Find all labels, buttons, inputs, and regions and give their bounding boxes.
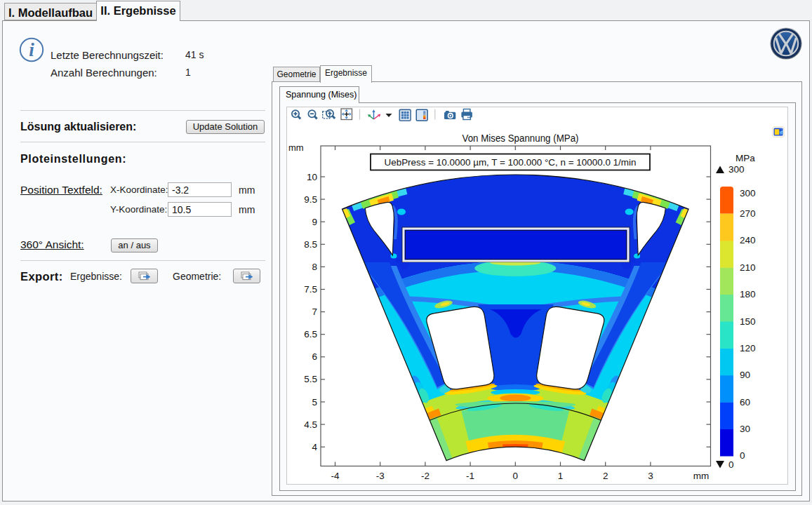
svg-text:9.5: 9.5: [304, 194, 317, 205]
svg-text:7.5: 7.5: [304, 284, 317, 295]
svg-text:2: 2: [603, 471, 608, 481]
svg-text:7: 7: [312, 307, 317, 317]
svg-text:-4: -4: [331, 471, 339, 481]
svg-text:8: 8: [312, 262, 317, 272]
svg-text:0: 0: [513, 471, 519, 481]
svg-text:9: 9: [312, 217, 317, 227]
svg-text:i: i: [29, 39, 34, 60]
svg-text:UebPress = 10.0000 µm, T = 100: UebPress = 10.0000 µm, T = 100.000 °C, n…: [385, 157, 637, 168]
svg-text:300: 300: [740, 188, 756, 198]
svg-text:6: 6: [312, 351, 317, 362]
svg-text:0: 0: [728, 459, 734, 470]
svg-text:150: 150: [740, 316, 756, 327]
svg-text:4.5: 4.5: [304, 419, 317, 430]
svg-text:210: 210: [740, 262, 756, 273]
svg-text:mm: mm: [288, 142, 304, 153]
svg-text:0: 0: [740, 450, 745, 461]
svg-text:60: 60: [740, 397, 750, 408]
svg-text:240: 240: [740, 235, 756, 245]
svg-text:3: 3: [648, 471, 653, 481]
svg-text:270: 270: [740, 208, 756, 219]
svg-text:90: 90: [740, 370, 750, 380]
svg-text:8.5: 8.5: [304, 239, 317, 250]
svg-text:5: 5: [312, 397, 317, 408]
svg-text:120: 120: [740, 343, 756, 354]
svg-text:-2: -2: [421, 471, 430, 481]
svg-text:5.5: 5.5: [304, 374, 317, 384]
svg-text:180: 180: [740, 289, 756, 299]
svg-text:Von Mises Spannung (MPa): Von Mises Spannung (MPa): [462, 133, 579, 144]
svg-text:MPa: MPa: [736, 153, 755, 163]
svg-text:10: 10: [307, 172, 317, 182]
svg-text:mm: mm: [693, 471, 710, 481]
svg-text:-3: -3: [376, 471, 385, 481]
svg-text:30: 30: [740, 424, 750, 434]
svg-text:4: 4: [312, 442, 317, 452]
svg-text:-1: -1: [466, 471, 474, 481]
svg-text:300: 300: [728, 164, 745, 175]
svg-text:6.5: 6.5: [304, 329, 317, 339]
svg-text:1: 1: [558, 471, 564, 481]
